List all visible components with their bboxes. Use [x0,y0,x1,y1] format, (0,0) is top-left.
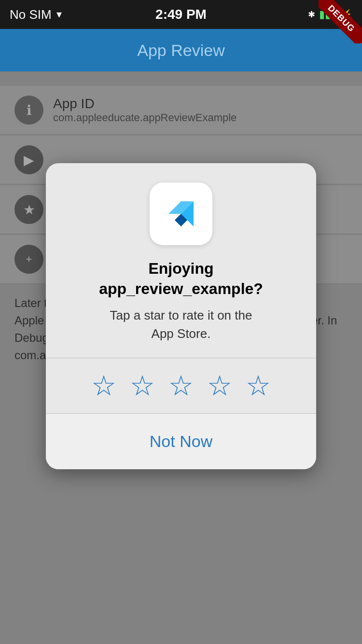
dialog-title: EnjoyingEnjoying app_review_example?app_… [99,259,263,299]
status-time: 2:49 PM [155,7,207,22]
nav-bar: App Review [0,29,362,71]
debug-ribbon [319,0,362,43]
star-rating-row[interactable]: ☆ ☆ ☆ ☆ ☆ [46,358,316,413]
status-bar: No SIM ▾ 2:49 PM ✱ ▮▮▮ ⚡ [0,0,362,29]
review-dialog: EnjoyingEnjoying app_review_example?app_… [46,163,316,469]
star-1[interactable]: ☆ [91,372,116,400]
dialog-subtitle: Tap a star to rate it on theApp Store. [110,307,252,343]
bluetooth-icon: ✱ [308,9,315,20]
flutter-logo-svg [162,195,200,233]
modal-overlay: EnjoyingEnjoying app_review_example?app_… [0,71,362,644]
star-4[interactable]: ☆ [207,372,232,400]
dialog-body: EnjoyingEnjoying app_review_example?app_… [46,163,316,358]
star-5[interactable]: ☆ [246,372,271,400]
star-2[interactable]: ☆ [130,372,155,400]
status-left: No SIM ▾ [10,7,62,22]
app-icon [150,182,212,245]
carrier-label: No SIM [10,7,52,22]
wifi-icon: ▾ [56,8,62,21]
nav-title: App Review [137,41,224,60]
not-now-button[interactable]: Not Now [130,427,232,456]
dialog-action-row: Not Now [46,413,316,469]
background-content: ℹ App ID com.appleeducate.appReviewExamp… [0,71,362,644]
star-3[interactable]: ☆ [168,372,194,400]
